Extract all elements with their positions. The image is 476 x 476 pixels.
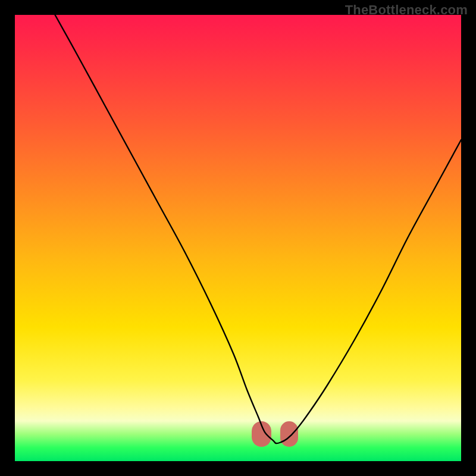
curve-layer <box>15 15 461 461</box>
chart-frame: TheBottleneck.com <box>0 0 476 476</box>
bottleneck-curve <box>55 15 462 443</box>
plot-area <box>15 15 461 461</box>
watermark-text: TheBottleneck.com <box>345 2 468 18</box>
